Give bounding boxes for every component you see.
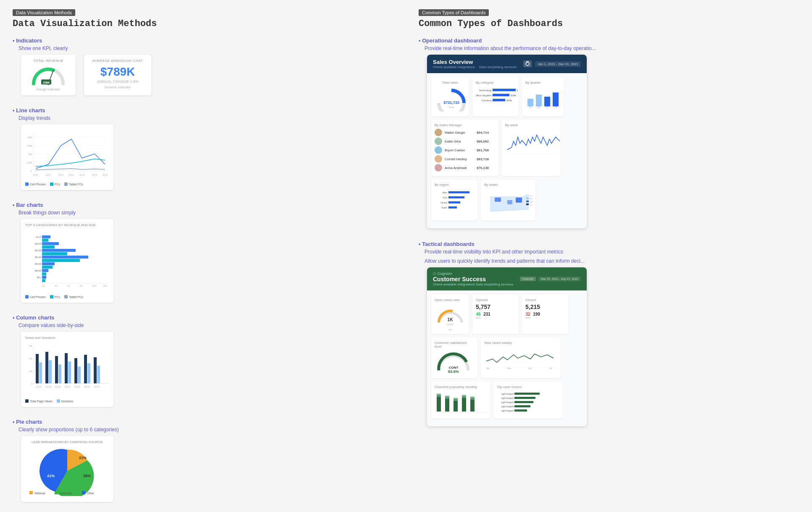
manager-name-3: Bryon Caelan — [445, 148, 474, 152]
channels-title: Channels popularity monthly — [435, 385, 487, 389]
by-quarter-cell: By quarter Q1 Q2 Q3 Q4 — [522, 77, 564, 116]
closed-title: Closed — [525, 298, 565, 302]
legend-cell-phones: Cell Phones — [25, 182, 46, 186]
svg-rect-128 — [526, 203, 529, 205]
svg-text:Top: Top — [530, 203, 533, 206]
legend-tablet-pcs: Tablet PCs — [64, 182, 83, 186]
svg-rect-153 — [470, 396, 475, 398]
opened-value: 5,757 — [476, 304, 515, 310]
pie-charts-section: • Pie charts Clearly show proportions (u… — [13, 419, 393, 502]
col-chart-svg: 0 10k 20k 30k — [25, 341, 111, 396]
gauge-title: TOTAL REVENUE — [28, 59, 69, 63]
svg-text:$29k: $29k — [506, 99, 512, 102]
svg-text:20k: 20k — [29, 357, 33, 360]
svg-text:41%: 41% — [47, 474, 55, 478]
svg-text:Goal: Goal — [449, 106, 454, 108]
svg-text:$50k: $50k — [517, 89, 518, 92]
avatar-4 — [435, 155, 442, 163]
svg-text:21%: 21% — [79, 456, 87, 460]
svg-rect-36 — [42, 239, 48, 242]
bar-chart-card: TOP 3 CATEGORIES BY REVENUE AND AGE 0-17… — [21, 219, 113, 303]
manager-row-4: Cornell Hartley $83,718 — [435, 155, 495, 163]
svg-rect-61 — [49, 360, 52, 383]
svg-text:55-64: 55-64 — [35, 269, 42, 272]
svg-rect-103 — [536, 95, 542, 106]
svg-rect-82 — [29, 491, 33, 494]
col-chart-title: Views and Sessions — [25, 336, 109, 340]
svg-rect-29 — [42, 235, 50, 238]
svg-text:1/1/21: 1/1/21 — [36, 385, 42, 388]
pie-charts-sub: Clearly show proportions (up to 6 catego… — [18, 427, 393, 433]
svg-text:AdWords: AdWords — [60, 492, 72, 495]
camera-icon — [523, 61, 532, 67]
svg-rect-100 — [493, 99, 505, 101]
svg-text:Q3: Q3 — [546, 106, 549, 108]
svg-rect-69 — [87, 363, 90, 383]
legend-pcs: PCs — [50, 182, 60, 186]
cs-title: Customer Success — [433, 276, 513, 282]
line-chart-card: 0 2.5M 5M 7.5M 10M Q1'21 Q2'21 Q3'21 Q4'… — [21, 124, 113, 190]
svg-rect-31 — [42, 249, 76, 252]
svg-rect-145 — [453, 401, 458, 412]
svg-text:8m: 8m — [80, 285, 83, 287]
svg-text:Q1: Q1 — [529, 106, 532, 108]
by-week-cell: By week — [502, 120, 561, 176]
svg-text:Q3'22: Q3'22 — [102, 174, 108, 176]
svg-text:2/1/21: 2/1/21 — [45, 385, 51, 388]
svg-text:South: South — [442, 206, 447, 209]
sales-date-range: Jan 1, 2021 - Dec 31, 2021 — [535, 61, 581, 67]
manager-val-5: $76,138 — [477, 166, 489, 170]
svg-text:5/1/21: 5/1/21 — [74, 385, 80, 388]
svg-text:Light Scalpoli: Light Scalpoli — [501, 405, 514, 408]
column-charts-label: • Column charts — [13, 314, 393, 321]
by-week-line — [505, 129, 562, 158]
svg-rect-62 — [55, 356, 58, 383]
closed-stat-2: 199 ↑ — [533, 312, 540, 319]
manager-name-4: Cornell Hartley — [445, 157, 474, 161]
open-cases-gauge: 1K CONT — [435, 304, 466, 327]
svg-text:83.6%: 83.6% — [448, 369, 459, 373]
svg-text:0-17: 0-17 — [36, 236, 42, 238]
gauge-sub-label: Gauge Indicator — [28, 87, 69, 91]
svg-rect-39 — [42, 259, 80, 262]
by-manager-title: By Sales Manager — [435, 123, 495, 127]
svg-text:12m: 12m — [103, 285, 107, 287]
svg-text:Office Supplies: Office Supplies — [476, 94, 492, 97]
svg-rect-70 — [94, 357, 97, 383]
line-charts-label: • Line charts — [13, 107, 393, 113]
svg-text:May: May — [507, 367, 511, 369]
manager-val-3: $81,768 — [477, 148, 489, 152]
satisfaction-cell: Customer satisfaction level CONT 83.6% — [431, 338, 477, 378]
numeric-change: ANNUAL CHANGE 1.8% — [91, 79, 145, 84]
sales-overview-dashboard: Sales Overview Check available integrati… — [427, 55, 587, 228]
svg-rect-120 — [507, 200, 512, 204]
svg-text:0: 0 — [31, 383, 32, 385]
numeric-value: $789K — [91, 65, 145, 79]
gauge-indicator-card: TOTAL REVENUE 29M Gauge Indicator — [21, 55, 76, 95]
bar-charts-section: • Bar charts Break things down simply TO… — [13, 202, 393, 303]
new-cases-title: New cases weekly — [484, 341, 557, 345]
bar-chart-title: TOP 3 CATEGORIES BY REVENUE AND AGE — [25, 223, 109, 227]
svg-text:Q2: Q2 — [538, 106, 540, 108]
svg-rect-90 — [526, 61, 529, 62]
manager-row-5: Anna Andreadi $76,138 — [435, 164, 495, 172]
manager-row-3: Bryon Caelan $81,768 — [435, 146, 495, 154]
cs-row-2: Customer satisfaction level CONT 83.6% N… — [431, 338, 583, 378]
line-chart-svg: 0 2.5M 5M 7.5M 10M Q1'21 Q2'21 Q3'21 Q4'… — [25, 129, 109, 179]
svg-rect-162 — [514, 405, 530, 407]
svg-text:CONT: CONT — [447, 323, 454, 326]
svg-text:Webinar: Webinar — [34, 492, 46, 495]
indicators-label: • Indicators — [13, 37, 393, 44]
bar-chart-svg: 0-17 18-24 25-34 35-44 45-54 55-64 65+ — [25, 229, 109, 292]
by-quarter-title: By quarter — [525, 81, 561, 84]
svg-rect-126 — [526, 201, 529, 202]
avatar-2 — [435, 137, 442, 145]
channels-cell: Channels popularity monthly — [431, 382, 490, 419]
manager-val-1: $94,714 — [477, 131, 489, 135]
by-region-bars: West East Central South — [435, 188, 477, 216]
top-closers-title: Top case closers — [497, 385, 559, 389]
svg-text:West: West — [443, 191, 448, 194]
line-charts-sub: Display trends — [18, 115, 393, 121]
svg-rect-65 — [68, 362, 71, 383]
pie-chart-svg: 21% 38% 41% Webinar AdWords Other — [25, 446, 109, 496]
